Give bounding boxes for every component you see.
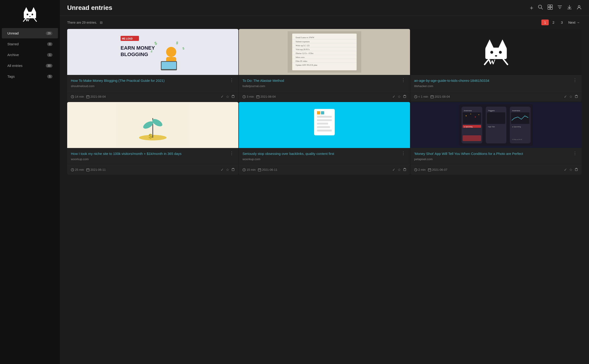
svg-rect-67: [404, 96, 406, 98]
card-menu-6[interactable]: ⋮: [572, 151, 578, 155]
page-1-button[interactable]: 1: [541, 20, 549, 25]
card-meta-6: 2 min 2021-06-07: [414, 168, 447, 171]
svg-rect-12: [550, 5, 552, 7]
search-button[interactable]: [538, 5, 543, 11]
svg-rect-118: [258, 169, 261, 171]
svg-rect-82: [431, 96, 434, 98]
star-1[interactable]: ☆: [226, 94, 229, 99]
svg-text:Email Laura re: FWW: Email Laura re: FWW: [296, 36, 314, 39]
pagination: 1 2 3 Next →: [541, 20, 582, 25]
svg-text:Visit top 20 FG's: Visit top 20 FG's: [296, 48, 310, 51]
card-menu-3[interactable]: ⋮: [572, 78, 578, 82]
svg-line-117: [244, 170, 245, 170]
svg-text:EARN MONEY: EARN MONEY: [120, 45, 155, 51]
svg-rect-98: [87, 169, 89, 171]
entry-card-5: Seriously stop obsessing over backlinks,…: [239, 102, 410, 175]
card-source-6: petapixel.com: [414, 157, 578, 161]
sidebar-item-archive[interactable]: Archive 1: [2, 50, 58, 60]
delete-2[interactable]: [403, 95, 406, 99]
svg-rect-128: [463, 112, 481, 124]
star-3[interactable]: ☆: [569, 94, 572, 99]
card-title-4[interactable]: How I took my niche site to 100k visitor…: [71, 151, 227, 156]
star-6[interactable]: ☆: [569, 168, 572, 172]
sidebar-item-all-entries[interactable]: All entries 30: [2, 60, 58, 71]
svg-text:● Upcoming: ● Upcoming: [512, 126, 521, 128]
card-thumbnail-3: w: [410, 29, 582, 75]
card-title-6[interactable]: 'Money Shot' App Will Tell You When Cond…: [414, 151, 570, 156]
card-footer-6: 2 min 2021-06-07 ✓ ☆: [410, 165, 582, 175]
date-1: 2021-08-04: [86, 95, 106, 98]
mark-read-4[interactable]: ✓: [221, 168, 224, 172]
card-title-1[interactable]: How To Make Money Blogging (The Practica…: [71, 78, 227, 83]
svg-rect-114: [317, 111, 320, 114]
add-button[interactable]: +: [530, 4, 533, 12]
svg-point-132: [479, 114, 479, 115]
svg-point-74: [499, 51, 502, 53]
sidebar: w Unread 29 Starred 0 Archive 1 All entr…: [0, 0, 60, 364]
sidebar-item-starred[interactable]: Starred 0: [2, 39, 58, 49]
mark-read-6[interactable]: ✓: [564, 168, 567, 172]
page-3-button[interactable]: 3: [558, 20, 566, 25]
svg-point-131: [475, 117, 476, 117]
svg-text:High Tide: High Tide: [488, 126, 495, 128]
user-button[interactable]: [576, 5, 582, 11]
read-time-6: 2 min: [414, 168, 426, 171]
star-4[interactable]: ☆: [226, 168, 229, 172]
svg-rect-137: [463, 135, 481, 141]
svg-text:w: w: [488, 55, 495, 66]
svg-rect-135: [463, 129, 481, 131]
card-title-2[interactable]: To Do: The Alastair Method: [242, 78, 399, 83]
date-5: 2021-06-11: [258, 168, 277, 171]
svg-text:$: $: [149, 133, 152, 140]
date-2: 2021-08-04: [256, 95, 276, 98]
download-button[interactable]: [567, 5, 572, 11]
svg-line-8: [34, 18, 37, 21]
card-body-4: How I took my niche site to 100k visitor…: [67, 148, 238, 163]
entries-count: There are 29 entries. ⊟: [67, 21, 103, 24]
svg-rect-152: [511, 132, 529, 135]
card-menu-5[interactable]: ⋮: [400, 151, 406, 155]
mark-read-5[interactable]: ✓: [392, 168, 395, 172]
card-title-3[interactable]: an-age-by-age-guide-to-kids-chores-18461…: [414, 78, 570, 83]
card-title-5[interactable]: Seriously stop obsessing over backlinks,…: [242, 151, 399, 156]
card-menu-2[interactable]: ⋮: [400, 78, 406, 82]
list-view-toggle[interactable]: ⊟: [100, 21, 103, 24]
card-meta-5: 15 min 2021-06-11: [242, 168, 277, 171]
grid-view-button[interactable]: [548, 5, 553, 11]
card-menu-4[interactable]: ⋮: [229, 151, 235, 155]
sidebar-item-unread[interactable]: Unread 29: [2, 28, 58, 38]
card-actions-4: ✓ ☆: [221, 168, 235, 172]
delete-4[interactable]: [231, 168, 235, 172]
next-page-button[interactable]: Next →: [566, 20, 582, 25]
svg-rect-143: [487, 129, 505, 131]
card-thumbnail-4: $: [67, 102, 238, 148]
card-meta-4: 25 min 2021-06-11: [71, 168, 106, 171]
delete-5[interactable]: [403, 168, 406, 172]
svg-line-81: [416, 97, 416, 97]
read-time-2: 3 min: [242, 95, 254, 98]
sidebar-item-tags[interactable]: Tags 5: [2, 71, 58, 82]
card-title-row-6: 'Money Shot' App Will Tell You When Cond…: [414, 151, 578, 156]
sidebar-nav: Unread 29 Starred 0 Archive 1 All entrie…: [0, 28, 60, 364]
star-2[interactable]: ☆: [398, 94, 401, 99]
card-body-6: 'Money Shot' App Will Tell You When Cond…: [410, 148, 582, 163]
delete-6[interactable]: [575, 168, 578, 172]
card-menu-1[interactable]: ⋮: [229, 78, 235, 82]
star-5[interactable]: ☆: [398, 168, 401, 172]
filter-button[interactable]: [557, 5, 562, 11]
svg-rect-108: [317, 119, 332, 121]
card-footer-4: 25 min 2021-06-11 ✓ ☆: [67, 165, 238, 175]
topbar-icons: +: [530, 4, 582, 12]
svg-marker-1: [31, 7, 36, 12]
mark-read-1[interactable]: ✓: [221, 94, 224, 99]
card-footer-5: 15 min 2021-06-11 ✓ ☆: [239, 165, 410, 175]
page-2-button[interactable]: 2: [550, 20, 557, 25]
card-footer-1: 14 min 2021-08-04 ✓ ☆: [67, 92, 238, 102]
delete-3[interactable]: [575, 95, 578, 99]
mark-read-3[interactable]: ✓: [564, 94, 567, 99]
svg-point-19: [578, 6, 580, 7]
svg-marker-70: [485, 39, 494, 48]
delete-1[interactable]: [231, 95, 235, 99]
svg-text:Update ANV PG/UX plan: Update ANV PG/UX plan: [296, 64, 317, 66]
mark-read-2[interactable]: ✓: [392, 94, 395, 99]
